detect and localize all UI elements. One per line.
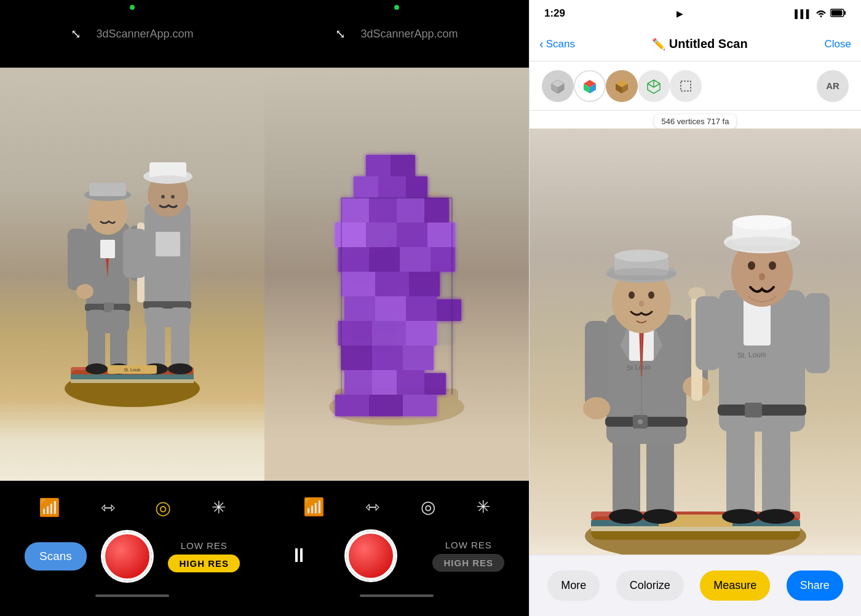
- globe-icon-mid[interactable]: ✳: [476, 497, 490, 517]
- gray-cube-button[interactable]: [542, 70, 574, 102]
- svg-point-134: [722, 509, 759, 524]
- svg-text:St. Louis: St. Louis: [124, 368, 141, 372]
- arrows-icon-left[interactable]: ⇿: [101, 497, 115, 518]
- svg-text:St Louis: St Louis: [626, 363, 651, 371]
- colorize-button[interactable]: Colorize: [616, 571, 684, 601]
- mid-camera-bottom: 📶 ⇿ ◎ ✳ ⏸ LOW RES HIGH RES: [264, 481, 529, 616]
- svg-rect-70: [403, 346, 434, 370]
- svg-point-135: [758, 509, 795, 524]
- svg-rect-28: [146, 307, 165, 369]
- res-high-pill-left[interactable]: HIGH RES: [168, 555, 240, 572]
- figurine-3d-svg: St Louis St. Louis: [530, 128, 861, 555]
- watermark-mid: 3dScannerApp.com: [360, 28, 458, 41]
- svg-rect-106: [646, 438, 674, 518]
- svg-text:St. Louis: St. Louis: [737, 350, 766, 360]
- left-action-row: Scans LOW RES HIGH RES: [12, 532, 252, 581]
- edit-pencil-icon[interactable]: ✏️: [652, 38, 665, 51]
- svg-point-120: [583, 397, 610, 419]
- left-controls-row: 📶 ⇿ ◎ ✳: [12, 497, 252, 518]
- svg-rect-56: [400, 247, 430, 272]
- camera-icon-left[interactable]: ◎: [155, 497, 171, 518]
- svg-point-14: [85, 363, 108, 374]
- ar-button[interactable]: AR: [817, 70, 849, 102]
- svg-rect-138: [745, 403, 762, 417]
- svg-rect-50: [335, 223, 366, 247]
- svg-rect-140: [696, 296, 720, 370]
- camera-icon-mid[interactable]: ◎: [421, 497, 435, 517]
- signal-icon-left[interactable]: 📶: [39, 497, 60, 518]
- arrows-icon-mid[interactable]: ⇿: [365, 497, 379, 517]
- svg-rect-72: [372, 370, 397, 395]
- svg-rect-69: [372, 346, 403, 370]
- svg-point-145: [759, 273, 765, 280]
- svg-rect-73: [397, 370, 424, 395]
- svg-point-131: [607, 268, 676, 280]
- measure-button[interactable]: Measure: [700, 571, 770, 601]
- svg-rect-29: [171, 307, 189, 369]
- scans-button-left[interactable]: Scans: [25, 542, 87, 571]
- svg-point-144: [769, 261, 776, 270]
- close-button[interactable]: Close: [825, 38, 851, 50]
- bounding-box-button[interactable]: [670, 70, 702, 102]
- res-low-label-mid: LOW RES: [445, 540, 492, 550]
- left-camera-bottom: 📶 ⇿ ◎ ✳ Scans LOW RES HIGH RES: [0, 481, 264, 616]
- rainbow-cube-button[interactable]: [574, 70, 606, 102]
- record-button-left[interactable]: [103, 532, 152, 581]
- svg-rect-68: [341, 346, 372, 370]
- svg-point-25: [171, 195, 175, 199]
- nav-title-text: Untitled Scan: [669, 37, 748, 51]
- svg-point-126: [648, 291, 654, 299]
- svg-rect-74: [424, 373, 446, 395]
- svg-rect-58: [341, 272, 375, 296]
- expand-icon-mid: ⤡: [335, 26, 346, 41]
- nav-back-button[interactable]: ‹ Scans: [539, 37, 575, 51]
- signal-icon-mid[interactable]: 📶: [303, 497, 325, 517]
- svg-rect-118: [585, 321, 608, 407]
- svg-rect-26: [156, 232, 180, 256]
- svg-rect-141: [805, 293, 830, 373]
- pause-icon-mid[interactable]: ⏸: [289, 544, 309, 567]
- svg-rect-98: [681, 81, 691, 91]
- svg-rect-59: [375, 272, 409, 296]
- svg-rect-43: [354, 176, 378, 198]
- svg-rect-62: [375, 296, 406, 321]
- resolution-options-left: LOW RES HIGH RES: [168, 540, 240, 572]
- svg-point-148: [732, 215, 792, 230]
- left-camera-panel: ⤡ 3dScannerApp.com: [0, 0, 264, 616]
- svg-point-127: [639, 301, 644, 307]
- svg-point-143: [748, 261, 755, 270]
- svg-rect-49: [424, 198, 449, 223]
- svg-rect-13: [110, 310, 127, 368]
- svg-line-96: [648, 84, 654, 87]
- wireframe-cube-button[interactable]: [638, 70, 670, 102]
- svg-point-24: [161, 195, 165, 199]
- watermark-left: 3dScannerApp.com: [96, 28, 193, 41]
- home-indicator-left: [95, 594, 169, 597]
- globe-icon-left[interactable]: ✳: [212, 497, 226, 518]
- svg-rect-42: [391, 155, 415, 176]
- scan-content-area[interactable]: St Louis St. Louis: [530, 128, 861, 555]
- svg-rect-48: [397, 198, 424, 223]
- svg-rect-46: [341, 198, 369, 223]
- svg-point-19: [76, 284, 93, 299]
- expand-icon-left: ⤡: [71, 26, 81, 41]
- status-time: 1:29: [544, 7, 565, 20]
- status-icons: ▌▌▌: [795, 9, 846, 19]
- svg-point-130: [614, 250, 669, 262]
- svg-rect-66: [372, 321, 406, 346]
- view-toolbar: AR: [530, 61, 861, 111]
- res-high-pill-mid[interactable]: HIGH RES: [432, 554, 504, 572]
- svg-rect-51: [366, 223, 397, 247]
- more-button[interactable]: More: [547, 571, 600, 601]
- signal-bars-icon: ▌▌▌: [795, 9, 812, 18]
- svg-rect-45: [406, 176, 427, 198]
- svg-point-107: [609, 509, 643, 524]
- svg-rect-16: [68, 229, 87, 290]
- svg-rect-61: [344, 296, 375, 321]
- share-button[interactable]: Share: [787, 571, 843, 601]
- svg-rect-83: [831, 10, 842, 15]
- record-button-mid[interactable]: [346, 531, 395, 580]
- textured-cube-button[interactable]: [606, 70, 638, 102]
- res-low-label-left: LOW RES: [181, 540, 228, 551]
- svg-rect-53: [427, 223, 455, 247]
